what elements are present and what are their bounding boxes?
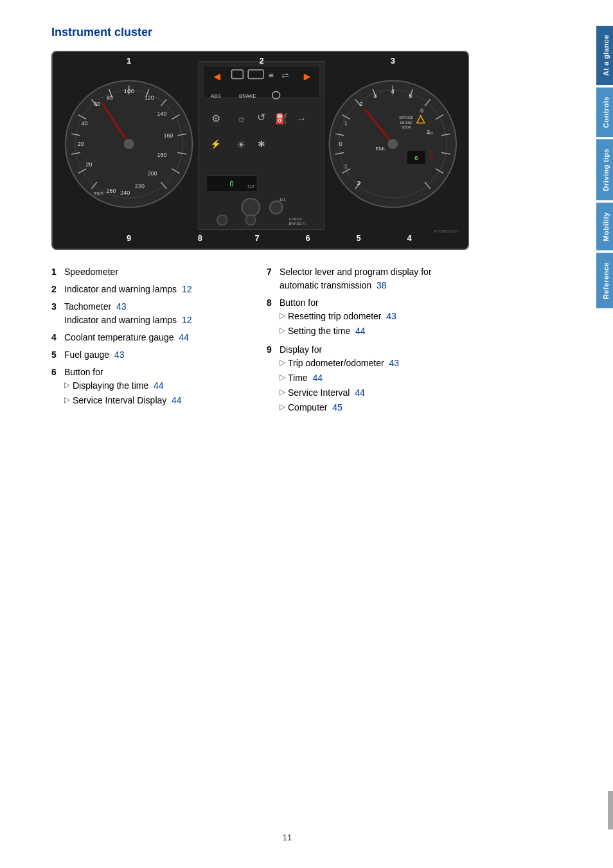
- svg-point-110: [245, 215, 256, 226]
- svg-text:6: 6: [414, 154, 418, 161]
- item-8-sub-2-link[interactable]: 44: [355, 326, 366, 336]
- svg-text:EML: EML: [375, 146, 386, 152]
- item-3-link[interactable]: 43: [116, 301, 127, 312]
- svg-text:1: 1: [344, 120, 348, 127]
- svg-text:ABS: ABS: [211, 93, 221, 99]
- item-9-sub-2-link[interactable]: 44: [312, 373, 323, 383]
- item-3-number: 3: [51, 300, 64, 327]
- item-9-sub-3-link[interactable]: 44: [355, 387, 365, 398]
- sub-arrow-5: ▷: [280, 357, 285, 370]
- svg-text:↺: ↺: [257, 112, 265, 123]
- main-content: Instrument cluster: [0, 0, 574, 868]
- item-8-sub-1: ▷ Resetting trip odometer 43: [280, 310, 469, 323]
- svg-text:20: 20: [78, 141, 84, 147]
- svg-text:20: 20: [86, 161, 93, 168]
- svg-text:240: 240: [120, 190, 130, 196]
- item-7-number: 7: [267, 265, 280, 292]
- item-6-sub-2-link[interactable]: 44: [172, 395, 182, 405]
- item-1: 1 Speedometer: [51, 265, 254, 279]
- item-6-number: 6: [51, 366, 64, 409]
- item-6-sub-1-link[interactable]: 44: [154, 380, 164, 391]
- svg-text:0: 0: [339, 140, 343, 147]
- item-2-text: Indicator and warning lamps 12: [64, 283, 254, 296]
- tab-controls[interactable]: Controls: [596, 87, 613, 137]
- item-4-text: Coolant temperature gauge 44: [64, 331, 254, 344]
- tab-mobility[interactable]: Mobility: [596, 203, 613, 251]
- sub-arrow-6: ▷: [280, 371, 285, 385]
- svg-text:140: 140: [157, 111, 167, 117]
- sub-arrow-4: ▷: [280, 324, 285, 338]
- svg-point-57: [270, 201, 283, 214]
- svg-text:☀: ☀: [236, 139, 245, 150]
- svg-text:⚡: ⚡: [210, 139, 222, 150]
- item-6-sub-1-text: Displaying the time 44: [73, 379, 164, 393]
- svg-text:☼: ☼: [236, 113, 245, 124]
- svg-text:⇌: ⇌: [281, 70, 289, 80]
- item-9-sub-2: ▷ Time 44: [280, 371, 469, 385]
- item-6-sub-1: ▷ Displaying the time 44: [64, 379, 254, 393]
- tab-driving-tips-label: Driving tips: [602, 148, 610, 191]
- svg-text:0: 0: [230, 180, 234, 188]
- svg-text:8: 8: [198, 233, 202, 243]
- item-9-sub-1-link[interactable]: 43: [389, 358, 399, 368]
- svg-text:4: 4: [391, 87, 395, 94]
- svg-text:200: 200: [148, 170, 157, 177]
- svg-text:260: 260: [107, 188, 116, 194]
- sub-arrow-3: ▷: [280, 310, 285, 323]
- page-title: Instrument cluster: [51, 26, 555, 39]
- svg-text:4: 4: [407, 233, 412, 243]
- item-7-link[interactable]: 38: [377, 280, 387, 290]
- sidebar-decoration: [608, 791, 613, 829]
- svg-point-56: [242, 199, 260, 217]
- svg-text:80: 80: [107, 94, 113, 101]
- item-6-sub-2: ▷ Service Interval Display 44: [64, 394, 254, 407]
- item-6-sub-2-text: Service Interval Display 44: [73, 394, 182, 407]
- svg-text:2: 2: [357, 179, 360, 186]
- page-number: 11: [283, 833, 292, 842]
- svg-text:BRAKE: BRAKE: [239, 93, 256, 99]
- tab-driving-tips[interactable]: Driving tips: [596, 139, 613, 200]
- desc-left-col: 1 Speedometer 2 Indicator and warning la…: [51, 265, 254, 420]
- item-9-sub-4: ▷ Computer 45: [280, 401, 469, 414]
- sub-arrow-2: ▷: [64, 394, 70, 407]
- desc-right-col: 7 Selector lever and program display for…: [267, 265, 469, 420]
- svg-text:SERVICE: SERVICE: [399, 116, 413, 120]
- item-6: 6 Button for ▷ Displaying the time 44 ▷ …: [51, 366, 254, 409]
- svg-text:CHECK: CHECK: [289, 217, 302, 221]
- item-4: 4 Coolant temperature gauge 44: [51, 331, 254, 344]
- item-5-number: 5: [51, 348, 64, 362]
- item-8-text: Button for: [280, 296, 469, 310]
- item-5-link[interactable]: 43: [114, 350, 125, 360]
- item-9-sub-4-link[interactable]: 45: [332, 402, 342, 412]
- svg-text:5: 5: [356, 233, 360, 243]
- item-8-sub-1-link[interactable]: 43: [386, 311, 396, 321]
- svg-text:ENGINE: ENGINE: [400, 121, 413, 125]
- item-9-sub-3-text: Service Interval 44: [288, 386, 365, 400]
- item-9: 9 Display for ▷ Trip odometer/odometer 4…: [267, 343, 469, 416]
- item-8-sub-2-text: Setting the time 44: [288, 324, 366, 338]
- item-6-content: Button for ▷ Displaying the time 44 ▷ Se…: [64, 366, 254, 409]
- item-9-sub-1-text: Trip odometer/odometer 43: [288, 357, 399, 370]
- item-3-sub-link[interactable]: 12: [182, 315, 192, 325]
- item-8-sub-1-text: Resetting trip odometer 43: [288, 310, 396, 323]
- description-container: 1 Speedometer 2 Indicator and warning la…: [51, 265, 469, 420]
- item-5-text: Fuel gauge 43: [64, 348, 254, 362]
- sub-arrow-8: ▷: [280, 401, 285, 414]
- svg-text:6: 6: [305, 233, 310, 243]
- tab-at-a-glance-label: At a glance: [602, 35, 610, 76]
- item-1-text: Speedometer: [64, 265, 254, 279]
- item-8-content: Button for ▷ Resetting trip odometer 43 …: [280, 296, 469, 339]
- svg-text:1: 1: [344, 163, 348, 170]
- item-2-link[interactable]: 12: [182, 284, 192, 294]
- svg-text:3: 3: [373, 92, 377, 99]
- tab-reference[interactable]: Reference: [596, 253, 613, 308]
- svg-text:4x4: 4x4: [427, 131, 433, 135]
- item-4-link[interactable]: 44: [179, 332, 189, 342]
- svg-text:160: 160: [163, 132, 173, 139]
- item-9-text: Display for: [280, 343, 469, 357]
- tab-at-a-glance[interactable]: At a glance: [596, 26, 613, 85]
- svg-text:→: →: [296, 113, 306, 124]
- svg-text:120: 120: [145, 94, 154, 101]
- item-3-text: Tachometer 43: [64, 300, 254, 314]
- item-5: 5 Fuel gauge 43: [51, 348, 254, 362]
